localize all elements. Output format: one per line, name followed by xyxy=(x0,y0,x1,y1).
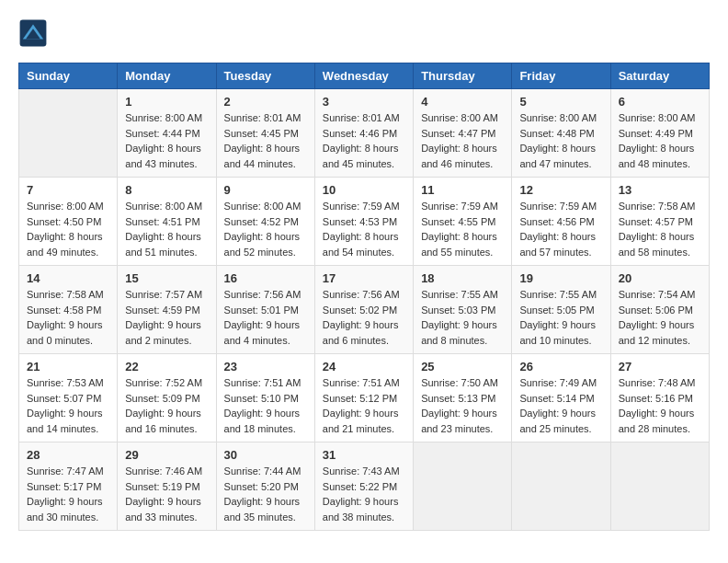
day-number: 11 xyxy=(421,183,504,197)
day-info: Sunrise: 7:56 AMSunset: 5:02 PMDaylight:… xyxy=(323,287,405,348)
day-info: Sunrise: 7:55 AMSunset: 5:03 PMDaylight:… xyxy=(421,287,504,348)
calendar-cell: 4Sunrise: 8:00 AMSunset: 4:47 PMDaylight… xyxy=(414,89,512,178)
day-info: Sunrise: 7:52 AMSunset: 5:09 PMDaylight:… xyxy=(125,375,208,436)
day-number: 23 xyxy=(224,360,307,373)
day-info: Sunrise: 7:51 AMSunset: 5:12 PMDaylight:… xyxy=(323,375,405,436)
day-info: Sunrise: 7:59 AMSunset: 4:56 PMDaylight:… xyxy=(519,199,602,259)
day-number: 8 xyxy=(125,183,208,197)
day-number: 14 xyxy=(27,271,109,285)
day-number: 19 xyxy=(519,271,602,285)
day-info: Sunrise: 8:00 AMSunset: 4:50 PMDaylight:… xyxy=(27,199,109,259)
weekday-header: Tuesday xyxy=(216,63,314,89)
day-info: Sunrise: 7:44 AMSunset: 5:20 PMDaylight:… xyxy=(224,464,307,524)
calendar-cell: 29Sunrise: 7:46 AMSunset: 5:19 PMDayligh… xyxy=(118,442,216,531)
calendar-cell: 21Sunrise: 7:53 AMSunset: 5:07 PMDayligh… xyxy=(19,354,118,442)
weekday-header: Wednesday xyxy=(314,63,413,89)
day-number: 4 xyxy=(421,95,504,109)
day-number: 28 xyxy=(27,448,109,462)
calendar-row: 14Sunrise: 7:58 AMSunset: 4:58 PMDayligh… xyxy=(19,266,710,354)
day-number: 21 xyxy=(27,360,109,373)
day-info: Sunrise: 8:00 AMSunset: 4:52 PMDaylight:… xyxy=(224,199,307,259)
day-number: 15 xyxy=(125,271,208,285)
day-number: 1 xyxy=(125,95,208,109)
day-number: 13 xyxy=(619,183,701,197)
calendar-row: 28Sunrise: 7:47 AMSunset: 5:17 PMDayligh… xyxy=(19,442,710,531)
weekday-header: Thursday xyxy=(414,63,512,89)
calendar-cell: 5Sunrise: 8:00 AMSunset: 4:48 PMDaylight… xyxy=(512,89,610,178)
calendar-row: 21Sunrise: 7:53 AMSunset: 5:07 PMDayligh… xyxy=(19,354,710,442)
calendar-cell: 6Sunrise: 8:00 AMSunset: 4:49 PMDaylight… xyxy=(610,89,709,178)
calendar-cell: 2Sunrise: 8:01 AMSunset: 4:45 PMDaylight… xyxy=(216,89,314,178)
day-info: Sunrise: 7:47 AMSunset: 5:17 PMDaylight:… xyxy=(27,464,109,524)
day-info: Sunrise: 7:46 AMSunset: 5:19 PMDaylight:… xyxy=(125,464,208,524)
day-info: Sunrise: 7:58 AMSunset: 4:58 PMDaylight:… xyxy=(27,287,109,348)
day-info: Sunrise: 7:48 AMSunset: 5:16 PMDaylight:… xyxy=(619,375,701,436)
day-info: Sunrise: 7:55 AMSunset: 5:05 PMDaylight:… xyxy=(519,287,602,348)
calendar-cell: 9Sunrise: 8:00 AMSunset: 4:52 PMDaylight… xyxy=(216,178,314,266)
day-info: Sunrise: 8:00 AMSunset: 4:51 PMDaylight:… xyxy=(125,199,208,259)
calendar-cell: 19Sunrise: 7:55 AMSunset: 5:05 PMDayligh… xyxy=(512,266,610,354)
day-info: Sunrise: 8:01 AMSunset: 4:45 PMDaylight:… xyxy=(224,110,307,171)
calendar-cell: 30Sunrise: 7:44 AMSunset: 5:20 PMDayligh… xyxy=(216,442,314,531)
day-number: 22 xyxy=(125,360,208,373)
day-number: 6 xyxy=(619,95,701,109)
calendar-header: SundayMondayTuesdayWednesdayThursdayFrid… xyxy=(19,63,710,89)
day-number: 12 xyxy=(519,183,602,197)
day-number: 16 xyxy=(224,271,307,285)
day-info: Sunrise: 8:00 AMSunset: 4:48 PMDaylight:… xyxy=(519,110,602,171)
logo xyxy=(18,18,51,48)
weekday-header: Saturday xyxy=(610,63,709,89)
day-number: 20 xyxy=(619,271,701,285)
day-info: Sunrise: 8:00 AMSunset: 4:47 PMDaylight:… xyxy=(421,110,504,171)
day-number: 27 xyxy=(619,360,701,373)
day-info: Sunrise: 7:59 AMSunset: 4:55 PMDaylight:… xyxy=(421,199,504,259)
logo-icon xyxy=(18,18,48,48)
day-info: Sunrise: 7:57 AMSunset: 4:59 PMDaylight:… xyxy=(125,287,208,348)
calendar-cell: 12Sunrise: 7:59 AMSunset: 4:56 PMDayligh… xyxy=(512,178,610,266)
day-info: Sunrise: 7:56 AMSunset: 5:01 PMDaylight:… xyxy=(224,287,307,348)
calendar-cell: 15Sunrise: 7:57 AMSunset: 4:59 PMDayligh… xyxy=(118,266,216,354)
calendar-cell: 16Sunrise: 7:56 AMSunset: 5:01 PMDayligh… xyxy=(216,266,314,354)
day-number: 25 xyxy=(421,360,504,373)
day-info: Sunrise: 7:54 AMSunset: 5:06 PMDaylight:… xyxy=(619,287,701,348)
calendar-cell: 26Sunrise: 7:49 AMSunset: 5:14 PMDayligh… xyxy=(512,354,610,442)
day-info: Sunrise: 8:00 AMSunset: 4:49 PMDaylight:… xyxy=(619,110,701,171)
calendar-cell: 13Sunrise: 7:58 AMSunset: 4:57 PMDayligh… xyxy=(610,178,709,266)
calendar-cell: 1Sunrise: 8:00 AMSunset: 4:44 PMDaylight… xyxy=(118,89,216,178)
day-number: 31 xyxy=(323,448,405,462)
day-number: 3 xyxy=(323,95,405,109)
day-number: 29 xyxy=(125,448,208,462)
calendar-cell xyxy=(610,442,709,531)
calendar-cell: 22Sunrise: 7:52 AMSunset: 5:09 PMDayligh… xyxy=(118,354,216,442)
day-number: 2 xyxy=(224,95,307,109)
calendar-cell: 7Sunrise: 8:00 AMSunset: 4:50 PMDaylight… xyxy=(19,178,118,266)
day-info: Sunrise: 7:43 AMSunset: 5:22 PMDaylight:… xyxy=(323,464,405,524)
day-info: Sunrise: 7:59 AMSunset: 4:53 PMDaylight:… xyxy=(323,199,405,259)
page-header xyxy=(18,18,710,48)
weekday-header: Friday xyxy=(512,63,610,89)
day-info: Sunrise: 8:00 AMSunset: 4:44 PMDaylight:… xyxy=(125,110,208,171)
day-number: 18 xyxy=(421,271,504,285)
calendar-cell: 20Sunrise: 7:54 AMSunset: 5:06 PMDayligh… xyxy=(610,266,709,354)
calendar-cell: 18Sunrise: 7:55 AMSunset: 5:03 PMDayligh… xyxy=(414,266,512,354)
day-number: 30 xyxy=(224,448,307,462)
day-number: 7 xyxy=(27,183,109,197)
calendar-cell xyxy=(512,442,610,531)
calendar-cell: 28Sunrise: 7:47 AMSunset: 5:17 PMDayligh… xyxy=(19,442,118,531)
calendar-cell: 10Sunrise: 7:59 AMSunset: 4:53 PMDayligh… xyxy=(314,178,413,266)
day-info: Sunrise: 7:49 AMSunset: 5:14 PMDaylight:… xyxy=(519,375,602,436)
day-info: Sunrise: 7:53 AMSunset: 5:07 PMDaylight:… xyxy=(27,375,109,436)
calendar-cell: 14Sunrise: 7:58 AMSunset: 4:58 PMDayligh… xyxy=(19,266,118,354)
day-number: 9 xyxy=(224,183,307,197)
day-number: 26 xyxy=(519,360,602,373)
weekday-header: Monday xyxy=(118,63,216,89)
calendar-cell xyxy=(19,89,118,178)
day-number: 10 xyxy=(323,183,405,197)
calendar-cell: 25Sunrise: 7:50 AMSunset: 5:13 PMDayligh… xyxy=(414,354,512,442)
calendar-table: SundayMondayTuesdayWednesdayThursdayFrid… xyxy=(18,63,710,531)
calendar-cell: 31Sunrise: 7:43 AMSunset: 5:22 PMDayligh… xyxy=(314,442,413,531)
calendar-cell: 23Sunrise: 7:51 AMSunset: 5:10 PMDayligh… xyxy=(216,354,314,442)
weekday-header: Sunday xyxy=(19,63,118,89)
day-info: Sunrise: 7:51 AMSunset: 5:10 PMDaylight:… xyxy=(224,375,307,436)
calendar-cell: 24Sunrise: 7:51 AMSunset: 5:12 PMDayligh… xyxy=(314,354,413,442)
